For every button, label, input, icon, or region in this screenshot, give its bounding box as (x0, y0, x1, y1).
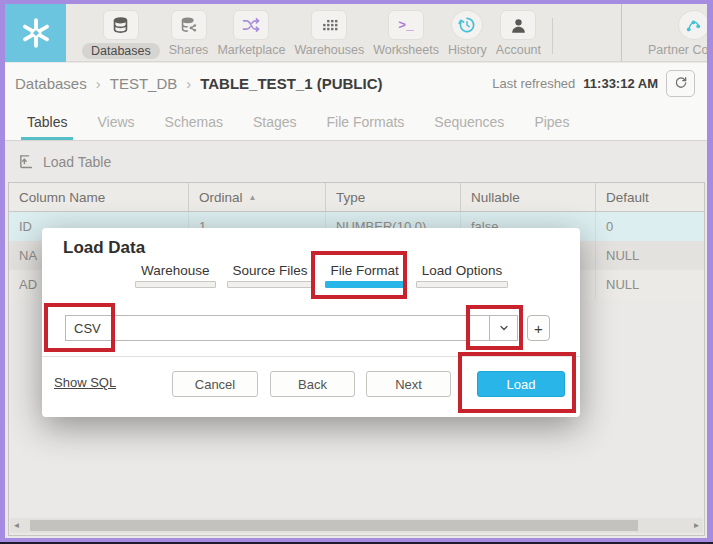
refresh-area: Last refreshed 11:33:12 AM (492, 70, 695, 97)
shares-icon (171, 10, 207, 40)
nav-item-databases[interactable]: Databases (82, 10, 160, 59)
nav-item-partner-connect[interactable]: Partner Connect (648, 10, 707, 57)
load-table-label: Load Table (43, 154, 111, 170)
upload-tray-icon (18, 153, 35, 170)
tab-tables[interactable]: Tables (27, 103, 67, 140)
partner-connect-section: Partner Connect (621, 4, 707, 61)
column-header-ordinal[interactable]: Ordinal▲ (189, 183, 326, 211)
plus-icon: + (534, 320, 543, 337)
dialog-title: Load Data (63, 238, 145, 258)
nav-item-shares[interactable]: Shares (169, 10, 209, 57)
top-nav: Databases Shares (5, 4, 707, 62)
nav-label: History (448, 43, 487, 57)
breadcrumb-current-table: TABLE_TEST_1 (PUBLIC) (200, 75, 382, 92)
last-refreshed-label: Last refreshed (492, 76, 575, 91)
nav-label: Marketplace (217, 43, 285, 57)
tab-schemas[interactable]: Schemas (165, 103, 223, 140)
table-toolbar: Load Table (5, 141, 707, 182)
snowflake-logo[interactable] (5, 4, 66, 62)
sort-asc-icon: ▲ (249, 193, 257, 202)
nav-label: Worksheets (373, 43, 439, 57)
chevron-down-icon[interactable] (489, 316, 517, 340)
add-file-format-button[interactable]: + (527, 315, 550, 341)
step-progress-bar-active (325, 281, 405, 288)
tab-stages[interactable]: Stages (253, 103, 297, 140)
scroll-right-icon[interactable]: ► (690, 521, 703, 530)
dialog-tab-source-files[interactable]: Source Files (227, 263, 314, 288)
nav-label: Partner Connect (648, 43, 707, 57)
dialog-tab-load-options[interactable]: Load Options (416, 263, 508, 288)
cell-default: 0 (596, 212, 704, 241)
breadcrumb-row: Databases › TEST_DB › TABLE_TEST_1 (PUBL… (5, 63, 707, 103)
file-format-select[interactable]: CSV (65, 315, 518, 341)
breadcrumb-separator: › (186, 75, 191, 92)
cancel-button[interactable]: Cancel (172, 371, 258, 397)
dialog-tab-file-format[interactable]: File Format (325, 263, 405, 288)
load-button[interactable]: Load (477, 371, 565, 397)
breadcrumb: Databases › TEST_DB › TABLE_TEST_1 (PUBL… (15, 75, 382, 92)
section-tabs: Tables Views Schemas Stages File Formats… (5, 103, 707, 141)
show-sql-link[interactable]: Show SQL (54, 375, 116, 390)
cell-default: NULL (596, 241, 704, 270)
tab-sequences[interactable]: Sequences (434, 103, 504, 140)
column-header-type[interactable]: Type (326, 183, 461, 211)
nav-label: Databases (82, 43, 160, 59)
nav-label: Warehouses (294, 43, 364, 57)
nav-divider (552, 18, 553, 54)
breadcrumb-separator: › (96, 75, 101, 92)
breadcrumb-test-db[interactable]: TEST_DB (110, 75, 178, 92)
databases-icon (103, 10, 139, 40)
nav-item-account[interactable]: Account (496, 10, 541, 57)
snowflake-icon (19, 16, 53, 50)
horizontal-scrollbar[interactable]: ◄ ► (10, 518, 703, 533)
dialog-divider (42, 356, 580, 357)
last-refreshed-time: 11:33:12 AM (583, 76, 658, 91)
app-window: Databases Shares (5, 4, 707, 538)
nav-item-history[interactable]: History (448, 10, 487, 57)
step-progress-bar (416, 281, 508, 288)
nav-label: Shares (169, 43, 209, 57)
worksheets-icon: >_ (388, 10, 424, 40)
nav-items: Databases Shares (66, 4, 621, 61)
cell-default: NULL (596, 270, 704, 299)
tab-pipes[interactable]: Pipes (534, 103, 569, 140)
scrollbar-thumb[interactable] (30, 520, 638, 531)
account-icon (500, 10, 536, 40)
partner-connect-icon (678, 10, 707, 40)
screenshot-frame: Databases Shares (0, 0, 713, 544)
nav-item-worksheets[interactable]: >_ Worksheets (373, 10, 439, 57)
breadcrumb-databases[interactable]: Databases (15, 75, 87, 92)
tab-views[interactable]: Views (97, 103, 134, 140)
load-table-button[interactable]: Load Table (18, 153, 111, 170)
file-format-value: CSV (66, 321, 489, 336)
nav-label: Account (496, 43, 541, 57)
scrollbar-track[interactable] (23, 519, 690, 532)
dialog-steps: Warehouse Source Files File Format Load … (135, 263, 508, 288)
step-progress-bar (227, 281, 314, 288)
scroll-left-icon[interactable]: ◄ (10, 521, 23, 530)
next-button[interactable]: Next (366, 371, 451, 397)
column-header-default[interactable]: Default (596, 183, 704, 211)
column-header-column-name[interactable]: Column Name (9, 183, 189, 211)
table-header: Column Name Ordinal▲ Type Nullable Defau… (9, 183, 704, 212)
step-progress-bar (135, 281, 216, 288)
warehouses-icon (311, 10, 347, 40)
refresh-icon (674, 76, 688, 90)
column-header-nullable[interactable]: Nullable (461, 183, 596, 211)
refresh-button[interactable] (666, 70, 695, 97)
dialog-tab-warehouse[interactable]: Warehouse (135, 263, 216, 288)
back-button[interactable]: Back (270, 371, 355, 397)
nav-item-marketplace[interactable]: Marketplace (217, 10, 285, 57)
marketplace-icon (233, 10, 269, 40)
history-icon (451, 10, 483, 40)
nav-item-warehouses[interactable]: Warehouses (294, 10, 364, 57)
tab-file-formats[interactable]: File Formats (327, 103, 405, 140)
load-data-dialog: Load Data Warehouse Source Files File Fo… (42, 228, 580, 417)
